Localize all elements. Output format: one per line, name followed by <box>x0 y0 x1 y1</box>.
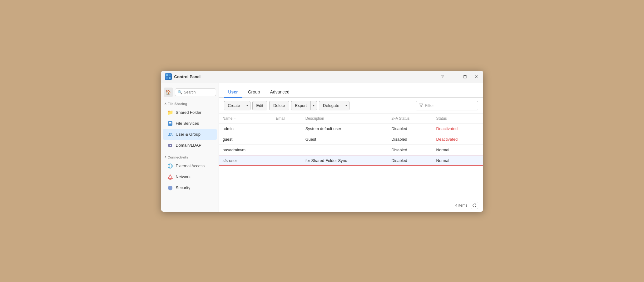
cell-status: Normal <box>433 144 483 155</box>
sidebar-item-security[interactable]: Security <box>163 183 217 193</box>
export-button[interactable]: Export <box>291 101 311 110</box>
sidebar-label-network: Network <box>176 174 191 179</box>
section-connectivity-label: Connectivity <box>168 155 188 159</box>
col-status: Status <box>433 114 483 123</box>
sidebar-label-security: Security <box>176 185 191 190</box>
cell-name: nasadminvm <box>219 144 272 155</box>
sidebar-label-domain-ldap: Domain/LDAP <box>176 143 201 148</box>
cell-2fa: Disabled <box>388 155 432 166</box>
sidebar-label-user-group: User & Group <box>176 132 201 137</box>
table-header: Name ↑ Email Description 2FA Status Stat… <box>219 114 483 123</box>
cell-status: Normal <box>433 155 483 166</box>
col-email: Email <box>272 114 301 123</box>
sidebar-item-file-services[interactable]: File Services <box>163 118 217 129</box>
cell-description: Guest <box>302 134 388 144</box>
create-button[interactable]: Create <box>224 101 244 110</box>
cell-2fa: Disabled <box>388 134 432 144</box>
app-icon <box>165 73 172 80</box>
col-2fa-status: 2FA Status <box>388 114 432 123</box>
svg-point-8 <box>171 133 172 134</box>
create-dropdown-arrow[interactable]: ▾ <box>244 101 250 110</box>
cell-status: Deactivated <box>433 123 483 134</box>
search-input[interactable] <box>184 90 213 94</box>
section-connectivity[interactable]: ∧ Connectivity <box>161 154 219 160</box>
sidebar-label-file-services: File Services <box>176 121 199 126</box>
tab-user[interactable]: User <box>224 87 242 98</box>
svg-rect-5 <box>169 122 171 123</box>
user-table-container: Name ↑ Email Description 2FA Status Stat… <box>219 114 483 199</box>
sidebar-top: 🏠 🔍 <box>161 86 219 100</box>
chevron-icon: ∧ <box>164 102 166 105</box>
connectivity-chevron-icon: ∧ <box>164 155 166 159</box>
tab-group[interactable]: Group <box>244 87 265 98</box>
sidebar-item-external-access[interactable]: External Access <box>163 161 217 171</box>
cell-description: for Shared Folder Sync <box>302 155 388 166</box>
svg-rect-6 <box>169 123 171 124</box>
table-row[interactable]: nasadminvm Disabled Normal <box>219 144 483 155</box>
sidebar-item-domain-ldap[interactable]: Domain/LDAP <box>163 140 217 151</box>
file-services-icon <box>167 120 173 127</box>
tab-advanced[interactable]: Advanced <box>266 87 294 98</box>
content-area: User Group Advanced Create ▾ Edit Delete <box>219 83 483 212</box>
sidebar-item-user-group[interactable]: User & Group <box>163 129 217 140</box>
sidebar-item-shared-folder[interactable]: 📁 Shared Folder <box>163 107 217 118</box>
table-row[interactable]: admin System default user Disabled Deact… <box>219 123 483 134</box>
cell-name: sfs-user <box>219 155 272 166</box>
minimize-button[interactable]: — <box>450 74 457 79</box>
sidebar-item-network[interactable]: Network <box>163 172 217 182</box>
cell-description <box>302 144 388 155</box>
section-file-sharing[interactable]: ∧ File Sharing <box>161 100 219 107</box>
svg-rect-1 <box>169 74 171 76</box>
filter-placeholder: Filter <box>425 103 434 108</box>
security-icon <box>167 185 173 191</box>
restore-button[interactable]: ⊡ <box>462 74 468 79</box>
tabs-bar: User Group Advanced <box>219 83 483 98</box>
table-row[interactable]: guest Guest Disabled Deactivated <box>219 134 483 144</box>
svg-rect-3 <box>169 77 171 79</box>
sidebar-label-external-access: External Access <box>176 164 205 168</box>
control-panel-window: Control Panel ? — ⊡ ✕ 🏠 🔍 ∧ File Sharing <box>161 71 483 212</box>
sidebar-label-shared-folder: Shared Folder <box>176 110 201 115</box>
section-file-sharing-label: File Sharing <box>168 102 187 106</box>
refresh-icon <box>472 203 477 208</box>
svg-rect-0 <box>166 74 168 76</box>
delete-button[interactable]: Delete <box>269 101 289 110</box>
table-body: admin System default user Disabled Deact… <box>219 123 483 166</box>
domain-icon <box>167 142 173 149</box>
table-row[interactable]: sfs-user for Shared Folder Sync Disabled… <box>219 155 483 166</box>
folder-icon: 📁 <box>167 109 173 116</box>
cell-2fa: Disabled <box>388 123 432 134</box>
cell-email <box>272 123 301 134</box>
svg-rect-2 <box>166 77 168 79</box>
svg-marker-14 <box>168 175 172 179</box>
external-access-icon <box>167 163 173 169</box>
cell-email <box>272 144 301 155</box>
home-button[interactable]: 🏠 <box>164 88 173 97</box>
titlebar: Control Panel ? — ⊡ ✕ <box>161 71 483 83</box>
refresh-button[interactable] <box>471 202 478 209</box>
cell-status: Deactivated <box>433 134 483 144</box>
user-group-icon <box>167 131 173 138</box>
col-name: Name ↑ <box>219 114 272 123</box>
edit-button[interactable]: Edit <box>252 101 267 110</box>
svg-point-10 <box>170 145 171 146</box>
filter-box[interactable]: Filter <box>416 101 478 110</box>
export-dropdown-arrow[interactable]: ▾ <box>310 101 317 110</box>
filter-icon <box>419 103 423 108</box>
toolbar: Create ▾ Edit Delete Export ▾ <box>219 98 483 114</box>
table-footer: 4 items <box>219 199 483 212</box>
cell-name: guest <box>219 134 272 144</box>
help-button[interactable]: ? <box>440 74 445 79</box>
delegate-dropdown-arrow[interactable]: ▾ <box>343 101 349 110</box>
close-button[interactable]: ✕ <box>473 74 479 79</box>
search-box: 🔍 <box>175 88 216 96</box>
col-description: Description <box>302 114 388 123</box>
create-split-button: Create ▾ <box>224 101 250 110</box>
cell-description: System default user <box>302 123 388 134</box>
cell-email <box>272 134 301 144</box>
user-table: Name ↑ Email Description 2FA Status Stat… <box>219 114 483 166</box>
svg-marker-17 <box>475 203 476 205</box>
delegate-button[interactable]: Delegate <box>319 101 343 110</box>
cell-name: admin <box>219 123 272 134</box>
svg-point-7 <box>169 133 171 135</box>
